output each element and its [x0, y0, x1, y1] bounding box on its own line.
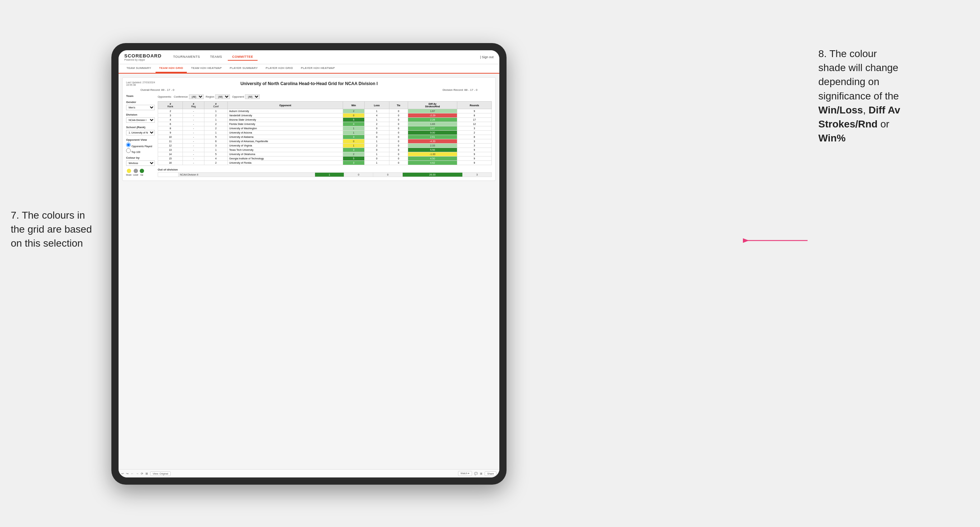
out-of-division-table: NCAA Division II 1 0 0 26.00 3 — [158, 172, 492, 177]
school-label: School (Rank) — [126, 125, 155, 129]
tab-team-h2h-heatmap[interactable]: TEAM H2H HEATMAP — [188, 64, 226, 73]
opponents-label-group: Opponents: — [158, 95, 172, 98]
cell-rank: 2 — [158, 109, 183, 113]
cell-conf: 1 — [204, 148, 228, 152]
table-row: 11 - 6 University of Arkansas, Fayettevi… — [158, 139, 492, 144]
view-original-button[interactable]: View: Original — [150, 471, 171, 476]
division-select[interactable]: NCAA Division I — [126, 117, 155, 123]
cell-opponent: Florida State University — [228, 122, 343, 126]
cell-win: 2 — [343, 152, 364, 157]
opponent-view-label: Opponent View — [126, 138, 155, 141]
toolbar-undo[interactable]: ↩ — [121, 472, 124, 475]
arrow-right — [743, 233, 808, 249]
tab-player-h2h-grid[interactable]: PLAYER H2H GRID — [262, 64, 297, 73]
cell-reg: - — [183, 113, 204, 118]
annotation-left-text3: on this selection — [11, 238, 83, 249]
share-button[interactable]: Share — [485, 471, 496, 476]
toolbar-fwd[interactable]: → — [136, 472, 138, 475]
region-label: Region — [206, 95, 215, 98]
annotation-right-line2: shade will change — [818, 62, 899, 73]
legend-down-dot — [127, 169, 131, 173]
cell-rank: 4 — [158, 118, 183, 122]
cell-rank: 15 — [158, 157, 183, 161]
toolbar-reset[interactable]: ⟳ — [141, 472, 143, 475]
cell-diff: 5.56 — [408, 148, 457, 152]
tab-player-h2h-heatmap[interactable]: PLAYER H2H HEATMAP — [297, 64, 339, 73]
tab-player-summary[interactable]: PLAYER SUMMARY — [226, 64, 261, 73]
gender-section: Gender Men's — [126, 100, 155, 110]
cell-reg: - — [183, 131, 204, 135]
cell-reg: - — [183, 152, 204, 157]
conference-select[interactable]: (All) — [189, 94, 204, 99]
cell-diff: 4.62 — [408, 161, 457, 165]
cell-opponent: Vanderbilt University — [228, 113, 343, 118]
colour-by-section: Colour by Win/loss — [126, 156, 155, 166]
nav-teams[interactable]: TEAMS — [206, 54, 227, 61]
cell-loss: 2 — [364, 122, 389, 126]
opponents-played-radio[interactable]: Opponents Played — [126, 143, 155, 148]
tab-team-h2h-grid[interactable]: TEAM H2H GRID — [156, 64, 187, 73]
toolbar-comment-icon: 💬 — [474, 472, 478, 475]
cell-diff: 2.33 — [408, 144, 457, 148]
toolbar-copy[interactable]: ⊞ — [145, 472, 148, 475]
division-record: Division Record: 88 - 17 - 0 — [442, 88, 477, 92]
watch-button[interactable]: Watch ▾ — [458, 471, 473, 476]
cell-rounds: 3 — [457, 144, 492, 148]
col-rank: #Rank — [158, 102, 183, 109]
gender-select[interactable]: Men's — [126, 105, 155, 110]
nav-tournaments[interactable]: TOURNAMENTS — [169, 54, 204, 61]
cell-opponent: University of Florida — [228, 161, 343, 165]
school-select[interactable]: 1. University of Nort... — [126, 130, 155, 135]
cell-rounds: 3 — [457, 126, 492, 131]
main-nav: TOURNAMENTS TEAMS COMMITTEE — [169, 54, 473, 61]
cell-rounds: 8 — [457, 113, 492, 118]
cell-opponent: University of Arkansas, Fayetteville — [228, 139, 343, 144]
table-row: 13 - 1 Texas Tech University 3 0 0 5.56 … — [158, 148, 492, 152]
annotation-left-text2: the grid are based — [11, 224, 92, 235]
data-table: #Rank #Reg #Conf Opponent Win Loss Tie D… — [158, 101, 492, 165]
sign-out-button[interactable]: | Sign out — [480, 55, 493, 59]
cell-rank: 3 — [158, 113, 183, 118]
toolbar-back[interactable]: ← — [131, 472, 134, 475]
cell-loss: 0 — [364, 157, 389, 161]
cell-diff: -1.00 — [408, 152, 457, 157]
opponent-select[interactable]: (All) — [245, 94, 260, 99]
out-of-division-row: NCAA Division II 1 0 0 26.00 3 — [158, 173, 492, 177]
cell-reg: - — [183, 144, 204, 148]
annotation-right-line4: significance of the — [818, 90, 899, 102]
top-100-radio[interactable]: Top 100 — [126, 148, 155, 153]
toolbar-redo[interactable]: ↪ — [126, 472, 129, 475]
cell-rounds: 9 — [457, 152, 492, 157]
tab-team-summary[interactable]: TEAM SUMMARY — [123, 64, 155, 73]
cell-rank: 10 — [158, 135, 183, 139]
nav-committee[interactable]: COMMITTEE — [228, 54, 258, 61]
cell-tie: 0 — [389, 144, 408, 148]
cell-conf: 2 — [204, 122, 228, 126]
legend-down-label: Down — [126, 174, 132, 176]
col-opponent: Opponent — [228, 102, 343, 109]
cell-tie: 0 — [389, 152, 408, 157]
cell-diff: 2.28 — [408, 118, 457, 122]
colour-by-select[interactable]: Win/loss — [126, 160, 155, 166]
opponent-view-section: Opponent View Opponents Played Top 100 — [126, 138, 155, 153]
cell-conf: 1 — [204, 118, 228, 122]
cell-reg: - — [183, 139, 204, 144]
cell-loss: 1 — [364, 109, 389, 113]
table-row: 6 - 2 Florida State University 4 2 0 1.8… — [158, 122, 492, 126]
cell-opponent: Georgia Institute of Technology — [228, 157, 343, 161]
color-legend: Down Level Up — [126, 169, 155, 176]
region-filter: Region (All) — [206, 94, 230, 99]
opponents-label: Opponents: — [158, 95, 172, 98]
od-empty — [158, 173, 178, 177]
legend-level-dot — [134, 169, 138, 173]
report-header: Last Updated: 27/03/2024 16:55:38 Univer… — [126, 81, 492, 86]
legend-up-dot — [140, 169, 144, 173]
conference-filter: Conference (All) — [174, 94, 204, 99]
region-select[interactable]: (All) — [215, 94, 230, 99]
cell-loss: 0 — [364, 135, 389, 139]
logo-area: SCOREBOARD Powered by clippd — [124, 53, 162, 61]
cell-win: 3 — [343, 148, 364, 152]
cell-rank: 8 — [158, 126, 183, 131]
cell-reg: - — [183, 148, 204, 152]
toolbar: ↩ ↪ ← → ⟳ ⊞ View: Original Watch ▾ 💬 ⊞ S… — [119, 469, 500, 478]
